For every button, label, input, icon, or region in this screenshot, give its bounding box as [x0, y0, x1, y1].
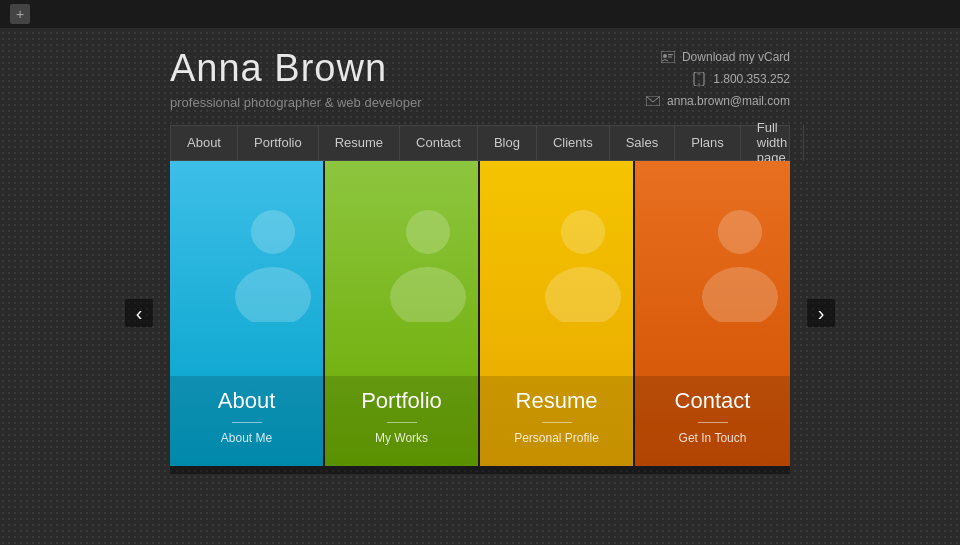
site-title: Anna Brown [170, 48, 422, 90]
svg-point-15 [702, 267, 778, 322]
top-bar-button[interactable]: + [10, 4, 30, 24]
card-contact-bottom: Contact Get In Touch [635, 376, 790, 466]
vcard-label[interactable]: Download my vCard [682, 50, 790, 64]
svg-point-10 [406, 210, 450, 254]
card-resume-icon-area [480, 161, 633, 376]
email-item: anna.brown@mail.com [645, 93, 790, 109]
svg-point-6 [698, 83, 700, 85]
about-person-icon [213, 202, 323, 322]
card-about-subtitle: About Me [180, 431, 313, 445]
phone-item: 1.800.353.252 [691, 71, 790, 87]
svg-point-14 [718, 210, 762, 254]
nav-item-plans[interactable]: Plans [675, 125, 741, 161]
svg-rect-5 [697, 73, 701, 74]
card-about-bottom: About About Me [170, 376, 323, 466]
card-about-title: About [180, 388, 313, 414]
next-arrow[interactable]: › [807, 299, 835, 327]
top-bar: + [0, 0, 960, 28]
prev-arrow[interactable]: ‹ [125, 299, 153, 327]
card-portfolio[interactable]: Portfolio My Works [325, 161, 480, 466]
card-portfolio-bottom: Portfolio My Works [325, 376, 478, 466]
card-resume-subtitle: Personal Profile [490, 431, 623, 445]
card-resume[interactable]: Resume Personal Profile [480, 161, 635, 466]
header-left: Anna Brown professional photographer & w… [170, 48, 422, 110]
card-resume-title: Resume [490, 388, 623, 414]
nav-item-full-width[interactable]: Full width page [741, 125, 804, 161]
svg-point-8 [251, 210, 295, 254]
svg-point-12 [561, 210, 605, 254]
right-chevron-icon: › [818, 303, 825, 323]
navigation: About Portfolio Resume Contact Blog Clie… [170, 125, 790, 161]
card-about-icon-area [170, 161, 323, 376]
svg-rect-3 [668, 56, 672, 57]
contact-person-icon [680, 202, 790, 322]
cards-shadow [170, 466, 790, 474]
card-about-divider [232, 422, 262, 423]
card-portfolio-subtitle: My Works [335, 431, 468, 445]
nav-item-resume[interactable]: Resume [319, 125, 400, 161]
shadow-green [325, 466, 480, 474]
card-portfolio-divider [387, 422, 417, 423]
email-icon [645, 93, 661, 109]
header: Anna Brown professional photographer & w… [170, 38, 790, 125]
shadow-yellow [480, 466, 635, 474]
vcard-icon [660, 49, 676, 65]
nav-item-contact[interactable]: Contact [400, 125, 478, 161]
card-portfolio-title: Portfolio [335, 388, 468, 414]
nav-item-blog[interactable]: Blog [478, 125, 537, 161]
portfolio-person-icon [368, 202, 478, 322]
card-contact-title: Contact [645, 388, 780, 414]
svg-point-11 [390, 267, 466, 322]
left-chevron-icon: ‹ [136, 303, 143, 323]
card-resume-bottom: Resume Personal Profile [480, 376, 633, 466]
svg-point-1 [663, 54, 667, 58]
card-contact-divider [698, 422, 728, 423]
email-address: anna.brown@mail.com [667, 94, 790, 108]
svg-point-13 [545, 267, 621, 322]
phone-number: 1.800.353.252 [713, 72, 790, 86]
nav-item-about[interactable]: About [171, 125, 238, 161]
card-resume-divider [542, 422, 572, 423]
shadow-orange [635, 466, 790, 474]
card-contact-subtitle: Get In Touch [645, 431, 780, 445]
svg-rect-2 [668, 54, 673, 55]
nav-item-portfolio[interactable]: Portfolio [238, 125, 319, 161]
resume-person-icon [523, 202, 633, 322]
vcard-item: Download my vCard [660, 49, 790, 65]
main-content: Anna Brown professional photographer & w… [170, 38, 790, 474]
nav-item-sales[interactable]: Sales [610, 125, 676, 161]
card-contact-icon-area [635, 161, 790, 376]
card-portfolio-icon-area [325, 161, 478, 376]
cards-container: About About Me Portfolio My Works [170, 161, 790, 466]
phone-icon [691, 71, 707, 87]
svg-point-9 [235, 267, 311, 322]
cards-wrapper: ‹ About About Me [170, 161, 790, 466]
site-subtitle: professional photographer & web develope… [170, 95, 422, 110]
shadow-blue [170, 466, 325, 474]
card-contact[interactable]: Contact Get In Touch [635, 161, 790, 466]
card-about[interactable]: About About Me [170, 161, 325, 466]
nav-item-clients[interactable]: Clients [537, 125, 610, 161]
header-right: Download my vCard 1.800.353.252 [645, 49, 790, 109]
